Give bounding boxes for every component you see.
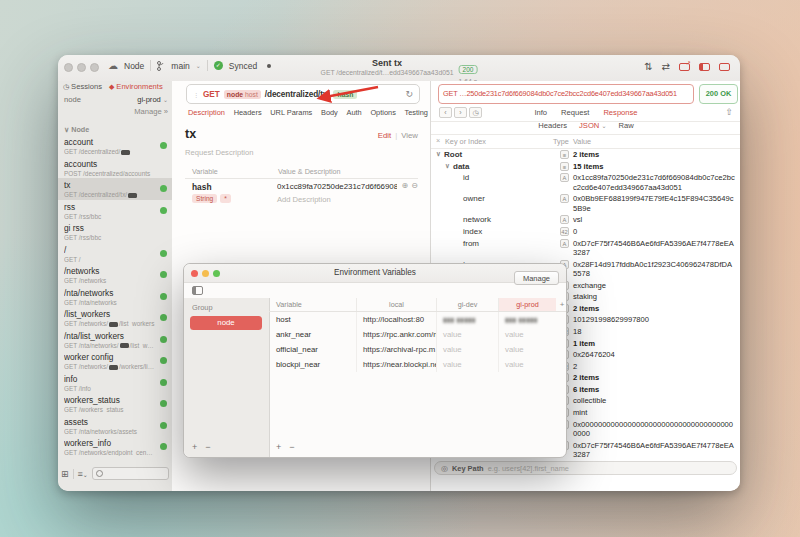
sidebar-section-header[interactable]: ∨ Node — [64, 125, 89, 134]
tab-auth[interactable]: Auth — [346, 108, 361, 117]
remove-variable-button[interactable]: − — [289, 442, 294, 452]
tab-description[interactable]: Description — [188, 108, 225, 117]
env-var-gi-prod[interactable] — [498, 312, 556, 327]
env-var-gi-prod[interactable]: value — [498, 342, 556, 357]
sync-arrows-icon[interactable]: ⇄ — [662, 62, 670, 72]
tree-row[interactable]: idA0x1cc89fa70250de231c7d6f669084db0c7ce… — [431, 172, 739, 193]
tab-response[interactable]: Response — [603, 108, 637, 117]
minimize-button[interactable] — [77, 63, 86, 72]
window-titlebar[interactable]: ☁ Node main ⌄ ✓ Synced Sent tx GET /dece… — [58, 55, 740, 82]
sidebar-item-nta-list-workers[interactable]: /nta/list_workersGET /nta/networks//list… — [58, 329, 172, 351]
share-icon[interactable]: ⇧ — [725, 107, 733, 117]
project-name[interactable]: Node — [124, 61, 144, 71]
edit-link[interactable]: Edit — [378, 131, 391, 140]
sidebar-item-workers-status[interactable]: workers_statusGET /workers_status — [58, 393, 172, 415]
response-request-line[interactable]: GET …250de231c7d6f669084db0c7ce2bcc2cd6e… — [438, 84, 694, 104]
add-description-placeholder[interactable]: Add Description — [277, 195, 331, 204]
env-var-local[interactable]: https://archival-rpc.m… — [356, 342, 436, 357]
env-var-gi-dev[interactable]: value — [436, 342, 498, 357]
search-input[interactable] — [92, 467, 169, 480]
insert-variable-icon[interactable]: ⊕ — [402, 181, 409, 190]
env-var-name[interactable]: host — [269, 315, 356, 324]
env-var-gi-dev[interactable] — [436, 312, 498, 327]
requests-list-icon[interactable]: ⇅ — [644, 62, 652, 72]
add-group-button[interactable]: + — [192, 442, 197, 452]
subtab-headers[interactable]: Headers — [538, 121, 567, 134]
tree-row[interactable]: index420 — [431, 226, 739, 238]
tree-row[interactable]: fromA0xD7cF75f74546B6Ae6fdFA5396AE7f4778… — [431, 238, 739, 259]
env-var-local[interactable]: http://localhost:80 — [356, 312, 436, 327]
tree-row[interactable]: networkAvsl — [431, 214, 739, 226]
env-var-row[interactable]: host http://localhost:80 — [269, 312, 566, 327]
env-var-name[interactable]: blockpi_near — [269, 360, 356, 369]
tab-url-params[interactable]: URL Params — [270, 108, 312, 117]
env-var-gi-prod[interactable]: value — [498, 327, 556, 342]
url-variable-token[interactable]: node host — [224, 90, 261, 99]
close-button[interactable] — [64, 63, 73, 72]
sidebar-item-list-workers[interactable]: /list_workersGET /networks//list_workers — [58, 307, 172, 329]
tab-info[interactable]: Info — [534, 108, 547, 117]
env-var-name[interactable]: official_near — [269, 345, 356, 354]
sidebar-toggle-icon[interactable] — [192, 286, 203, 295]
env-var-gi-dev[interactable]: value — [436, 327, 498, 342]
tab-body[interactable]: Body — [321, 108, 338, 117]
env-var-row[interactable]: official_near https://archival-rpc.m… va… — [269, 342, 566, 357]
modal-titlebar[interactable]: Environment Variables — [184, 264, 566, 283]
tree-row[interactable]: ownerA0x0Bb9EF688199f947E79fE4c15F894C35… — [431, 193, 739, 214]
gi-dev-column-header[interactable]: gi-dev — [436, 298, 498, 311]
tab-environments[interactable]: ◆Environments — [109, 82, 163, 91]
tab-sessions[interactable]: ◷Sessions — [63, 82, 102, 91]
tree-row[interactable]: ∨Root≡2 items — [431, 149, 739, 161]
variable-name[interactable]: hash — [192, 182, 212, 192]
gi-prod-column-header[interactable]: gi-prod — [498, 298, 556, 311]
env-var-row[interactable]: blockpi_near https://near.blockpi.ne… va… — [269, 357, 566, 372]
sidebar-item-assets[interactable]: assetsGET /nta/networks/assets — [58, 415, 172, 437]
tree-row[interactable]: ∨data≡15 items — [431, 161, 739, 173]
sidebar-item-worker-config[interactable]: worker configGET /networks//workers/li… — [58, 350, 172, 372]
variable-value[interactable]: 0x1cc89fa70250de231c7d6f669084d… — [277, 182, 397, 191]
sidebar-item-tx[interactable]: txGET /decentralized/tx/ — [58, 178, 172, 200]
env-var-gi-dev[interactable]: value — [436, 357, 498, 372]
subtab-raw[interactable]: Raw — [618, 121, 633, 134]
sync-status[interactable]: Synced — [229, 61, 257, 71]
env-var-name[interactable]: ankr_near — [269, 330, 356, 339]
remove-row-icon[interactable]: ⊖ — [411, 181, 418, 190]
subtab-json[interactable]: JSON ⌄ — [579, 121, 606, 134]
add-variable-button[interactable]: + — [276, 442, 281, 452]
sidebar-item-rss[interactable]: rssGET /rss/bbc — [58, 200, 172, 222]
collapse-all-icon[interactable]: × — [436, 136, 440, 145]
tab-testing[interactable]: Testing — [405, 108, 428, 117]
layout-window-icon[interactable] — [719, 63, 730, 71]
add-environment-icon[interactable]: + — [556, 300, 568, 309]
remove-group-button[interactable]: − — [205, 442, 210, 452]
local-column-header[interactable]: local — [356, 298, 436, 311]
env-var-local[interactable]: https://rpc.ankr.com/n… — [356, 327, 436, 342]
sidebar-item-info[interactable]: infoGET /info — [58, 372, 172, 394]
env-var-row[interactable]: ankr_near https://rpc.ankr.com/n… value … — [269, 327, 566, 342]
sidebar-item-nta-networks[interactable]: /nta/networksGET /nta/networks — [58, 286, 172, 308]
tab-options[interactable]: Options — [370, 108, 395, 117]
sidebar-item-workers-info[interactable]: workers_infoGET /networks/endpoint_cen… — [58, 436, 172, 458]
env-selector[interactable]: gi-prod ⌄ — [137, 95, 168, 104]
view-link[interactable]: View — [401, 131, 418, 140]
tab-request[interactable]: Request — [561, 108, 589, 117]
keypath-input[interactable]: ◎ Key Path e.g. users[42].first_name — [434, 461, 737, 475]
sidebar-item-account[interactable]: accountGET /decentralized/ — [58, 135, 172, 157]
popout-icon[interactable] — [679, 63, 690, 71]
method-label[interactable]: GET — [203, 90, 220, 99]
manage-environments-link[interactable]: Manage » — [134, 107, 168, 116]
request-description-placeholder[interactable]: Request Description — [185, 148, 253, 157]
filter-icon[interactable]: ≡⌄ — [78, 469, 88, 479]
env-var-gi-prod[interactable]: value — [498, 357, 556, 372]
env-var-local[interactable]: https://near.blockpi.ne… — [356, 357, 436, 372]
sidebar-item-accounts[interactable]: accountsPOST /decentralized/accounts — [58, 157, 172, 179]
required-badge[interactable]: * — [220, 194, 231, 203]
sidebar-item-gi-rss[interactable]: gi rssGET /rss/bbc — [58, 221, 172, 243]
layout-split-icon[interactable] — [699, 63, 710, 71]
zoom-button[interactable] — [90, 63, 99, 72]
tab-headers[interactable]: Headers — [234, 108, 262, 117]
add-request-icon[interactable]: ⊞ — [61, 469, 69, 479]
refresh-icon[interactable]: ↻ — [405, 89, 413, 99]
sidebar-item-networks[interactable]: /networksGET /networks — [58, 264, 172, 286]
type-badge[interactable]: String — [192, 194, 217, 203]
